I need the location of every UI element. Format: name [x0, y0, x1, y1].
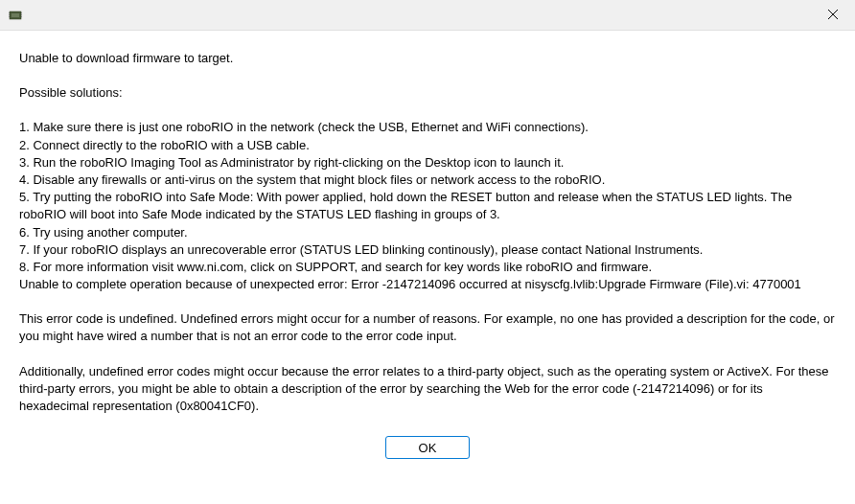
solution-item: 5. Try putting the roboRIO into Safe Mod… [19, 189, 836, 223]
main-error-text: Unable to download firmware to target. [19, 50, 836, 67]
close-button[interactable] [811, 0, 855, 31]
solution-item: 3. Run the roboRIO Imaging Tool as Admin… [19, 154, 836, 172]
additional-info-text: Additionally, undefined error codes migh… [19, 363, 836, 416]
svg-rect-1 [12, 13, 19, 17]
solution-item: 4. Disable any firewalls or anti-virus o… [19, 172, 836, 189]
undefined-error-text: This error code is undefined. Undefined … [19, 310, 836, 345]
solutions-list: 1. Make sure there is just one roboRIO i… [19, 119, 836, 276]
solution-item: 8. For more information visit www.ni.com… [19, 259, 836, 276]
svg-rect-2 [9, 12, 10, 13]
svg-rect-3 [9, 14, 10, 15]
error-detail-text: Unable to complete operation because of … [19, 276, 836, 293]
ok-button[interactable]: OK [385, 436, 470, 459]
svg-rect-6 [21, 14, 22, 15]
app-icon [8, 8, 23, 23]
svg-rect-7 [21, 16, 22, 17]
svg-rect-4 [9, 16, 10, 17]
titlebar [0, 0, 855, 31]
solution-item: 2. Connect directly to the roboRIO with … [19, 137, 836, 154]
close-icon [828, 8, 838, 22]
svg-rect-5 [21, 12, 22, 13]
solution-item: 1. Make sure there is just one roboRIO i… [19, 119, 836, 136]
button-row: OK [19, 432, 836, 463]
dialog-content: Unable to download firmware to target. P… [0, 31, 855, 472]
solution-item: 6. Try using another computer. [19, 224, 836, 241]
solution-item: 7. If your roboRIO displays an unrecover… [19, 241, 836, 259]
solutions-header: Possible solutions: [19, 84, 836, 102]
